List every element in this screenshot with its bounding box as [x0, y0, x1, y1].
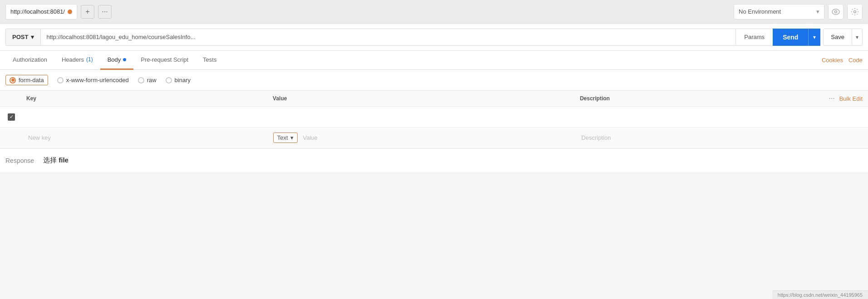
response-label: Response [5, 157, 34, 164]
new-row-desc-cell [576, 132, 823, 144]
environment-chevron: ▾ [816, 8, 819, 15]
eye-icon [832, 9, 840, 15]
form-data-option[interactable]: form-data [5, 75, 48, 85]
col-value-header: Value [269, 95, 576, 102]
response-file-label: 选择 [43, 156, 59, 164]
tab-tests-label: Tests [203, 56, 216, 63]
tab-authorization[interactable]: Authorization [5, 51, 54, 70]
headers-badge: (1) [86, 56, 93, 63]
urlencoded-label: x-www-form-urlencoded [66, 77, 129, 83]
tab-headers-label: Headers [62, 56, 84, 63]
raw-radio[interactable] [138, 77, 144, 83]
tab-status-dot [68, 10, 72, 14]
tab-tests[interactable]: Tests [196, 51, 224, 70]
new-row-value-cell: Text ▾ [270, 131, 576, 145]
method-selector[interactable]: POST ▾ [5, 29, 40, 46]
table-row [0, 107, 868, 127]
url-input[interactable] [40, 29, 736, 46]
new-key-input[interactable] [26, 133, 266, 142]
row-key-cell [23, 112, 270, 122]
code-link[interactable]: Code [848, 57, 863, 64]
new-row-key-cell [23, 132, 270, 144]
body-type-selector: form-data x-www-form-urlencoded raw bina… [0, 70, 868, 91]
row-value-cell [270, 112, 576, 122]
form-data-radio[interactable] [10, 77, 16, 83]
table-header: Key Value Description ··· Bulk Edit [0, 91, 868, 107]
response-file-bold: file [59, 156, 69, 164]
row-key-input[interactable] [26, 113, 266, 120]
binary-label: binary [175, 77, 191, 83]
row-desc-cell [576, 112, 823, 122]
tab-headers[interactable]: Headers (1) [54, 51, 100, 70]
svg-point-2 [854, 10, 856, 13]
top-bar: http://localhost:8081/ + ··· No Environm… [0, 0, 868, 24]
raw-option[interactable]: raw [138, 77, 157, 83]
tab-pre-request[interactable]: Pre-request Script [133, 51, 196, 70]
text-type-chevron: ▾ [290, 134, 294, 141]
row-desc-input[interactable] [579, 113, 819, 120]
save-dropdown-button[interactable]: ▾ [852, 29, 863, 46]
row-checkbox[interactable] [8, 113, 15, 121]
eye-button[interactable] [828, 4, 843, 20]
save-button[interactable]: Save [823, 29, 852, 46]
form-data-label: form-data [19, 77, 44, 83]
response-file-text: 选择 file [43, 156, 69, 165]
send-dropdown-button[interactable]: ▾ [808, 29, 820, 46]
environment-label: No Environment [739, 8, 781, 15]
new-table-row: Text ▾ [0, 127, 868, 148]
urlencoded-option[interactable]: x-www-form-urlencoded [57, 77, 129, 83]
raw-label: raw [147, 77, 157, 83]
tab-body-label: Body [108, 56, 121, 63]
settings-button[interactable] [847, 4, 863, 20]
text-type-label: Text [277, 134, 288, 141]
text-type-dropdown[interactable]: Text ▾ [273, 132, 298, 143]
method-label: POST [12, 34, 28, 40]
urlencoded-radio[interactable] [57, 77, 64, 83]
send-button[interactable]: Send [773, 29, 808, 46]
url-bar: POST ▾ Params Send ▾ Save ▾ [0, 24, 868, 51]
tab-pre-request-label: Pre-request Script [141, 56, 188, 63]
col-actions-header: ··· Bulk Edit [823, 94, 868, 103]
tab-body[interactable]: Body [100, 51, 134, 70]
svg-point-1 [835, 10, 837, 13]
more-options-icon[interactable]: ··· [829, 94, 834, 103]
svg-point-0 [832, 9, 839, 15]
new-desc-input[interactable] [579, 133, 819, 142]
new-value-input[interactable] [301, 133, 573, 142]
params-button[interactable]: Params [736, 29, 773, 46]
send-group: Send ▾ [773, 29, 820, 46]
top-right-controls: No Environment ▾ [734, 4, 863, 20]
form-data-radio-inner [11, 78, 15, 82]
col-key-header: Key [23, 95, 269, 102]
binary-radio[interactable] [166, 77, 172, 83]
save-group: Save ▾ [823, 29, 863, 46]
more-tabs-button[interactable]: ··· [98, 5, 112, 19]
cookies-link[interactable]: Cookies [822, 57, 843, 64]
add-tab-button[interactable]: + [81, 5, 94, 19]
body-active-dot [123, 58, 126, 61]
tab-authorization-label: Authorization [13, 56, 47, 63]
tab-url-label: http://localhost:8081/ [10, 8, 65, 15]
method-chevron: ▾ [31, 34, 34, 40]
col-desc-header: Description [576, 95, 823, 102]
browser-tab[interactable]: http://localhost:8081/ [5, 4, 77, 20]
row-value-input[interactable] [273, 113, 573, 120]
response-bar: Response 选择 file [0, 148, 868, 172]
request-tabs: Authorization Headers (1) Body Pre-reque… [0, 51, 868, 70]
row-checkbox-cell [0, 113, 23, 121]
right-links: Cookies Code [822, 57, 863, 64]
environment-selector[interactable]: No Environment ▾ [734, 4, 824, 20]
bulk-edit-link[interactable]: Bulk Edit [839, 95, 863, 102]
binary-option[interactable]: binary [166, 77, 191, 83]
form-data-table: Key Value Description ··· Bulk Edit [0, 91, 868, 148]
gear-icon [851, 8, 859, 16]
